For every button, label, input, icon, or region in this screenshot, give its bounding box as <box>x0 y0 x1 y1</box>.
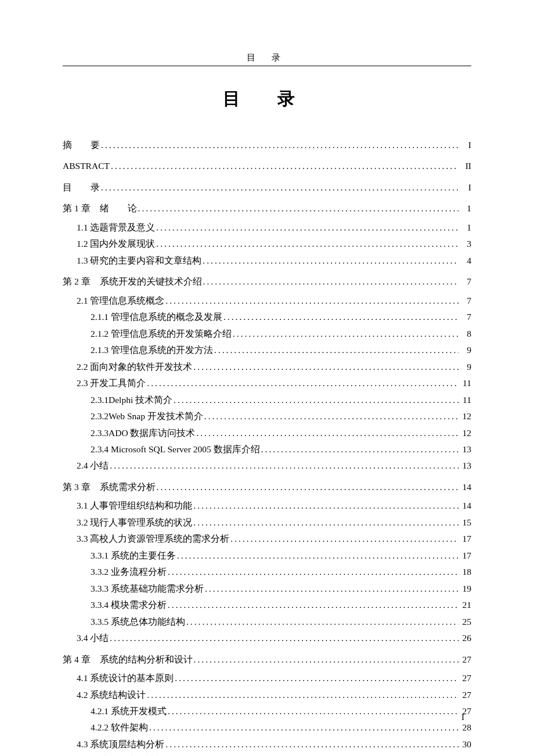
toc-page: 4 <box>459 254 471 267</box>
toc-leader-dots: ........................................… <box>195 427 459 440</box>
toc-entry: 2.2 面向对象的软件开发技术.........................… <box>63 361 471 373</box>
toc-leader-dots: ........................................… <box>110 160 459 172</box>
toc-label: 4.2.2 软件架构 <box>91 721 148 734</box>
toc-page: 27 <box>459 689 471 701</box>
toc-entry: 3.3.2 业务流程分析............................… <box>63 566 471 578</box>
page-container: 目 录 目 录 摘 要.............................… <box>0 0 534 756</box>
toc-page: 3 <box>459 237 471 250</box>
toc-page: 8 <box>459 327 471 340</box>
toc-entry: 2.3.1Delphi 技术简介........................… <box>63 394 471 406</box>
toc-entry: 4.3 系统顶层结构分析............................… <box>63 738 471 751</box>
toc-label: 1.2 国内外发展现状 <box>77 237 155 250</box>
toc-label: 2.1 管理信息系统概念 <box>77 294 164 307</box>
page-title: 目 录 <box>63 87 471 111</box>
toc-entry: 4.2.2 软件架构..............................… <box>63 721 471 734</box>
toc-label: 第 4 章 系统的结构分析和设计 <box>63 653 193 666</box>
toc-leader-dots: ........................................… <box>148 721 459 734</box>
toc-label: 2.3.2Web Snap 开发技术简介 <box>91 410 203 423</box>
toc-label: 3.3.4 模块需求分析 <box>91 599 167 611</box>
toc-entry: 3.2 现行人事管理系统的状况.........................… <box>63 516 471 529</box>
toc-entry: 2.3.3ADO 数据库访问技术........................… <box>63 427 471 440</box>
header-rule <box>63 66 471 66</box>
toc-leader-dots: ........................................… <box>213 344 459 357</box>
toc-leader-dots: ........................................… <box>167 705 459 718</box>
toc-label: ABSTRACT <box>63 160 110 172</box>
toc-page: 11 <box>459 377 471 390</box>
toc-label: 2.2 面向对象的软件开发技术 <box>77 361 192 373</box>
toc-leader-dots: ........................................… <box>146 689 459 701</box>
toc-leader-dots: ........................................… <box>167 566 459 578</box>
toc-page: 27 <box>459 672 471 685</box>
toc-page: 7 <box>459 311 471 323</box>
toc-entry: 4.2.1 系统开发模式............................… <box>63 705 471 718</box>
toc-page: 9 <box>459 344 471 357</box>
toc-leader-dots: ........................................… <box>174 672 459 685</box>
toc-leader-dots: ........................................… <box>109 459 459 472</box>
toc-leader-dots: ........................................… <box>155 221 459 234</box>
toc-leader-dots: ........................................… <box>192 361 459 373</box>
toc-entry: 3.3.3 系统基础功能需求分析........................… <box>63 582 471 595</box>
toc-page: 17 <box>459 532 471 545</box>
toc-entry: 2.3 开发工具简介..............................… <box>63 377 471 390</box>
toc-label: 2.3.3ADO 数据库访问技术 <box>91 427 195 440</box>
running-head: 目 录 <box>63 52 471 66</box>
toc-leader-dots: ........................................… <box>176 549 459 562</box>
toc-label: 3.3.2 业务流程分析 <box>91 566 167 578</box>
toc-page: I <box>459 181 471 194</box>
toc-entry: 第 1 章 绪 论...............................… <box>63 202 471 215</box>
toc-entry: 3.1 人事管理组织结构和功能.........................… <box>63 499 471 512</box>
toc-entry: 2.3.4 Microsoft SQL Server 2005 数据库介绍...… <box>63 443 471 456</box>
toc-label: 2.4 小结 <box>77 459 109 472</box>
toc-leader-dots: ........................................… <box>260 443 459 456</box>
toc-label: 2.3.4 Microsoft SQL Server 2005 数据库介绍 <box>91 443 260 456</box>
toc-label: 1.1 选题背景及意义 <box>77 221 155 234</box>
toc-page: 14 <box>459 481 471 494</box>
toc-label: 2.3 开发工具简介 <box>77 377 146 390</box>
toc-page: I <box>459 139 471 152</box>
toc-label: 第 2 章 系统开发的关键技术介绍 <box>63 275 202 288</box>
toc-entry: 目 录.....................................… <box>63 181 471 194</box>
toc-entry: 1.3 研究的主要内容和文章结构........................… <box>63 254 471 267</box>
toc-entry: 第 4 章 系统的结构分析和设计........................… <box>63 653 471 666</box>
toc-label: 3.1 人事管理组织结构和功能 <box>77 499 192 512</box>
toc-leader-dots: ........................................… <box>172 394 459 406</box>
toc-label: 3.3 高校人力资源管理系统的需求分析 <box>77 532 229 545</box>
toc-entry: 2.1 管理信息系统概念............................… <box>63 294 471 307</box>
toc-label: 4.3 系统顶层结构分析 <box>77 738 164 751</box>
toc-label: 2.1.2 管理信息系统的开发策略介绍 <box>91 327 232 340</box>
toc-page: 9 <box>459 361 471 373</box>
toc-page: 15 <box>459 516 471 529</box>
toc-entry: 3.3.4 模块需求分析............................… <box>63 599 471 611</box>
toc-page: 13 <box>459 443 471 456</box>
toc-label: 4.2 系统结构设计 <box>77 689 146 701</box>
toc-page: II <box>459 160 471 172</box>
toc-leader-dots: ........................................… <box>202 275 459 288</box>
toc-leader-dots: ........................................… <box>201 254 459 267</box>
toc-label: 第 1 章 绪 论 <box>63 202 137 215</box>
toc-page: 12 <box>459 427 471 440</box>
toc-page: 21 <box>459 599 471 611</box>
toc-entry: 第 3 章 系统需求分析............................… <box>63 481 471 494</box>
toc-label: 3.2 现行人事管理系统的状况 <box>77 516 192 529</box>
toc-entry: 3.3.1 系统的主要任务...........................… <box>63 549 471 562</box>
toc-page: 11 <box>459 394 471 406</box>
toc-page: 14 <box>459 499 471 512</box>
toc-leader-dots: ........................................… <box>203 410 459 423</box>
toc-entry: 2.1.1 管理信息系统的概念及发展......................… <box>63 311 471 323</box>
toc-entry: 4.1 系统设计的基本原则...........................… <box>63 672 471 685</box>
toc-leader-dots: ........................................… <box>146 377 459 390</box>
toc-page: 17 <box>459 549 471 562</box>
toc-leader-dots: ........................................… <box>193 653 459 666</box>
toc-leader-dots: ........................................… <box>156 481 459 494</box>
toc-label: 3.3.5 系统总体功能结构 <box>91 615 185 628</box>
toc-page: 1 <box>459 221 471 234</box>
toc-page: 7 <box>459 275 471 288</box>
toc-entry: 1.1 选题背景及意义.............................… <box>63 221 471 234</box>
toc-entry: 3.4 小结..................................… <box>63 632 471 645</box>
toc-page: 12 <box>459 410 471 423</box>
toc-entry: 4.2 系统结构设计..............................… <box>63 689 471 701</box>
toc-leader-dots: ........................................… <box>192 516 459 529</box>
toc-entry: ABSTRACT................................… <box>63 160 471 172</box>
toc-label: 2.1.3 管理信息系统的开发方法 <box>91 344 213 357</box>
toc-page: 1 <box>459 202 471 215</box>
